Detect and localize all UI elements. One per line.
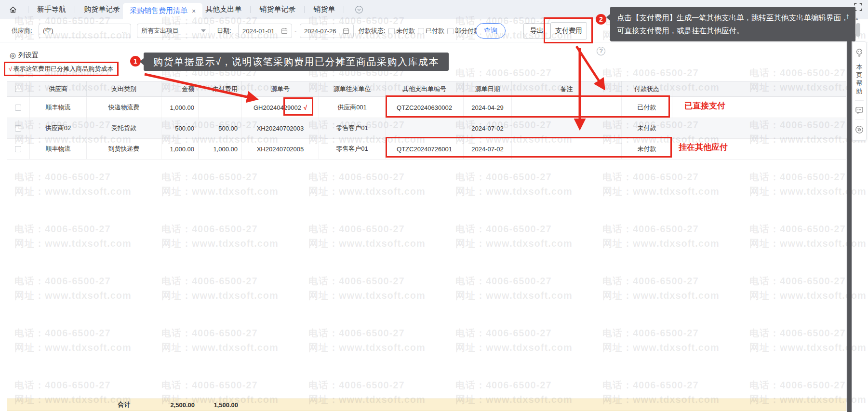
pay-status-checkbox[interactable] <box>447 28 454 34</box>
watermark-phone: 电话：4006-6500-27 <box>749 66 846 80</box>
watermark-phone: 电话：4006-6500-27 <box>602 275 699 288</box>
watermark-phone: 电话：4006-6500-27 <box>161 171 258 184</box>
watermark-site: 网址：www.tdxsoft.com <box>161 237 279 250</box>
date-label: 日期: <box>217 19 231 42</box>
more-icon[interactable]: ... <box>121 27 127 35</box>
total-supplier <box>30 399 87 411</box>
tab-list: 新手导航购货单记录采购销售费用清单×其他支出单销货单记录销货单 <box>22 0 350 19</box>
cell-other_expense_no: QTZC20240726001 <box>386 139 464 159</box>
help-icon[interactable]: ? <box>597 47 605 55</box>
tab-2[interactable]: 购货单记录 <box>81 0 123 19</box>
tooltip-2-line2: 可直接支付费用，或是挂在其他应付。 <box>617 24 849 37</box>
cell-unpaid: 500.00 <box>199 118 242 138</box>
annotation-badge-2: 2 <box>596 14 606 25</box>
row-checkbox[interactable] <box>15 146 21 152</box>
column-settings-button[interactable]: ◎ 列设置 <box>10 51 39 60</box>
cell-other_expense_no: QTZC20240630002 <box>386 97 464 118</box>
header-remark: 备注 <box>512 81 622 96</box>
watermark-site: 网址：www.tdxsoft.com <box>308 185 426 198</box>
cell-supplier: 顺丰物流 <box>30 97 87 118</box>
watermark-site: 网址：www.tdxsoft.com <box>161 185 279 198</box>
cell-remark <box>512 97 622 118</box>
scrollbar-thumb[interactable] <box>856 23 860 37</box>
chevron-down-circle-icon <box>355 5 363 14</box>
header-source_partner: 源单往来单位 <box>319 81 386 96</box>
annotation-note-text: 表示这笔费用已分摊入商品购货成本 <box>13 65 113 73</box>
annotation-note-box: √ 表示这笔费用已分摊入商品购货成本 <box>4 62 119 76</box>
watermark-phone: 电话：4006-6500-27 <box>14 275 111 288</box>
tab-4[interactable]: 其他支出单 <box>202 0 244 19</box>
tab-overflow-button[interactable] <box>355 5 363 14</box>
row-checkbox[interactable] <box>15 125 21 132</box>
cell-source_no: XH20240702003 <box>242 118 319 138</box>
watermark-phone: 电话：4006-6500-27 <box>455 275 552 288</box>
fullscreen-icon-svg <box>854 3 862 11</box>
page-help-label[interactable]: 本页帮助 <box>856 63 863 95</box>
watermark-phone: 电话：4006-6500-27 <box>161 327 258 340</box>
pay-status-option-1[interactable]: 未付款 <box>388 27 415 35</box>
cell-supplier: 供应商02 <box>30 118 87 138</box>
supplier-input[interactable]: (空) ... <box>39 24 131 38</box>
expense-project-select[interactable]: 所有支出项目 <box>137 24 210 38</box>
pay-fee-button[interactable]: 支付费用 <box>550 22 587 40</box>
tab-5[interactable]: 销货单记录 <box>256 0 298 19</box>
watermark-site: 网址：www.tdxsoft.com <box>161 289 279 302</box>
watermark-phone: 电话：4006-6500-27 <box>14 223 111 236</box>
watermark-site: 网址：www.tdxsoft.com <box>308 289 426 302</box>
total-source_partner <box>319 399 386 411</box>
tab-6[interactable]: 销货单 <box>310 0 338 19</box>
watermark-site: 网址：www.tdxsoft.com <box>455 237 573 250</box>
pay-status-option-3[interactable]: 部分付款 <box>447 27 480 35</box>
cell-amount: 1,000.00 <box>161 139 199 159</box>
content-right-border <box>846 42 847 411</box>
bulb-icon[interactable] <box>855 48 864 57</box>
chat-icon-svg <box>855 106 864 114</box>
divider <box>855 100 864 101</box>
home-icon[interactable] <box>4 0 22 19</box>
total-amount: 2,500.00 <box>161 399 199 411</box>
tab-label: 购货单记录 <box>84 5 120 14</box>
pay-status-checkbox[interactable] <box>388 28 395 34</box>
date-to-input[interactable]: 2024-07-26 <box>300 24 354 38</box>
back-to-top-icon[interactable]: ↑ <box>846 10 850 23</box>
feedback-chat-icon[interactable] <box>855 106 864 114</box>
tab-label: 采购销售费用清单 <box>130 6 187 15</box>
cell-other_expense_no <box>386 118 464 138</box>
header-amount: 金额 <box>161 81 199 96</box>
date-from-value: 2024-01-01 <box>242 27 281 35</box>
search-button[interactable]: 查询 <box>476 23 506 39</box>
tooltip-2-line1: 点击【支付费用】生成一笔其他支出单，跳转至其他支出单编辑界面， <box>617 11 849 24</box>
cell-source_no: GH20240429002√ <box>242 97 319 118</box>
watermark-phone: 电话：4006-6500-27 <box>749 327 846 340</box>
divider <box>855 120 864 120</box>
right-dark-scrollbar[interactable] <box>847 38 852 412</box>
tab-3[interactable]: 采购销售费用清单× <box>123 3 202 19</box>
select-all-checkbox[interactable] <box>15 86 21 92</box>
export-button[interactable]: 导出 <box>523 23 550 39</box>
close-tab-icon[interactable]: × <box>192 7 196 15</box>
total-category: 合计 <box>87 399 161 411</box>
fullscreen-icon[interactable] <box>854 3 862 13</box>
header-source_date: 源单日期 <box>464 81 512 96</box>
table-row-2[interactable]: 供应商02受托货款500.00500.00XH20240702003零售客户01… <box>7 118 846 139</box>
row-checkbox[interactable] <box>15 105 21 111</box>
help-panel: 本页帮助 <box>852 41 867 141</box>
table-total-row: 合计2,500.001,500.00 <box>7 399 846 411</box>
cell-source_partner: 零售客户01 <box>319 118 386 138</box>
pay-status-option-2[interactable]: 已付款 <box>418 27 444 35</box>
date-from-input[interactable]: 2024-01-01 <box>238 24 292 38</box>
watermark-phone: 电话：4006-6500-27 <box>14 171 111 184</box>
collapse-panel-icon[interactable] <box>855 125 864 134</box>
watermark-phone: 电话：4006-6500-27 <box>455 171 552 184</box>
tab-1[interactable]: 新手导航 <box>34 0 69 19</box>
watermark-phone: 电话：4006-6500-27 <box>14 379 111 392</box>
cell-pay_status: 已付款 <box>622 97 672 118</box>
watermark-site: 网址：www.tdxsoft.com <box>602 185 720 198</box>
check-glyph: √ <box>9 66 12 73</box>
watermark-phone: 电话：4006-6500-27 <box>14 327 111 340</box>
watermark-site: 网址：www.tdxsoft.com <box>308 341 426 354</box>
cell-source_partner: 零售客户01 <box>319 139 386 159</box>
header-other_expense_no: 其他支出单编号 <box>386 81 464 96</box>
pay-status-checkbox-group: 未付款已付款部分付款 <box>388 19 483 42</box>
pay-status-checkbox[interactable] <box>418 28 424 34</box>
